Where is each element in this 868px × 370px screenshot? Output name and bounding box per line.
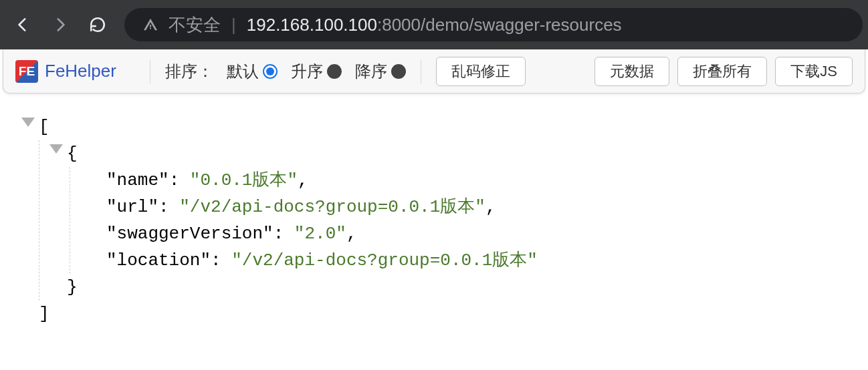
json-kv-url: "url": "/v2/api-docs?group=0.0.1版本", (106, 194, 538, 220)
sort-group: 排序： 默认 升序 降序 (165, 61, 406, 82)
json-brace-close: } (67, 274, 538, 301)
radio-unselected-icon (327, 64, 342, 79)
back-button[interactable] (5, 7, 40, 42)
fehelper-name[interactable]: FeHelper (45, 61, 116, 81)
fehelper-logo-icon: FE (15, 60, 38, 83)
divider (421, 59, 421, 83)
browser-top-bar: 不安全 | 192.168.100.100:8000/demo/swagger-… (0, 0, 868, 49)
insecure-label: 不安全 (169, 13, 221, 37)
sort-option-desc-label: 降序 (355, 61, 387, 82)
fehelper-toolbar: FE FeHelper 排序： 默认 升序 降序 乱码修正 元数据 折叠所有 下… (3, 49, 865, 94)
url-path: /demo/swagger-resources (421, 15, 622, 35)
divider (150, 59, 150, 83)
sort-option-asc-label: 升序 (291, 61, 323, 82)
radio-unselected-icon (391, 64, 406, 79)
forward-button[interactable] (43, 7, 78, 42)
sort-option-default-label: 默认 (227, 61, 259, 82)
json-kv-swaggerversion: "swaggerVersion": "2.0", (106, 220, 538, 247)
json-viewer: [ { "name": "0.0.1版本", "url": "/v2/api-d… (0, 94, 868, 327)
insecure-warning-icon (143, 17, 158, 32)
sort-label: 排序： (165, 61, 213, 82)
reload-button[interactable] (80, 7, 115, 42)
collapse-toggle-icon[interactable] (21, 118, 35, 127)
url-host: 192.168.100.100 (247, 15, 377, 35)
fix-encoding-button[interactable]: 乱码修正 (436, 57, 526, 86)
collapse-all-button[interactable]: 折叠所有 (677, 57, 767, 86)
json-bracket-close: ] (39, 301, 538, 327)
sort-option-desc[interactable]: 降序 (355, 61, 406, 82)
address-bar[interactable]: 不安全 | 192.168.100.100:8000/demo/swagger-… (124, 8, 863, 41)
json-bracket-open: [ (39, 114, 538, 140)
metadata-button[interactable]: 元数据 (594, 57, 669, 86)
json-kv-name: "name": "0.0.1版本", (106, 167, 538, 194)
radio-selected-icon (263, 64, 278, 79)
right-button-group: 元数据 折叠所有 下载JS (594, 57, 853, 86)
url-port: :8000 (377, 15, 421, 35)
url-separator: | (231, 15, 236, 35)
download-json-button[interactable]: 下载JS (775, 57, 853, 86)
json-kv-location: "location": "/v2/api-docs?group=0.0.1版本" (106, 247, 538, 274)
sort-option-default[interactable]: 默认 (227, 61, 278, 82)
url-text: 192.168.100.100:8000/demo/swagger-resour… (247, 15, 622, 35)
sort-option-asc[interactable]: 升序 (291, 61, 342, 82)
collapse-toggle-icon[interactable] (49, 144, 63, 154)
json-brace-open: { (67, 140, 538, 167)
